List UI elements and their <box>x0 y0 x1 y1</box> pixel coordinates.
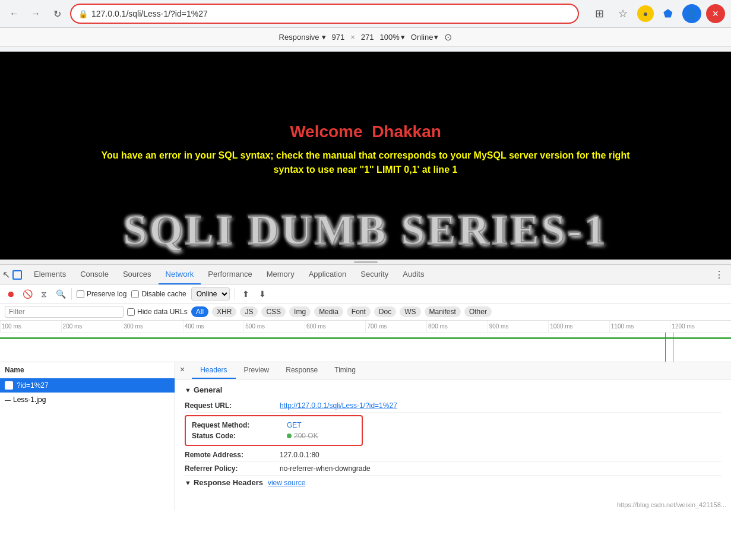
request-method-row: Request Method: GET <box>192 420 356 431</box>
tab-performance[interactable]: Performance <box>201 265 259 284</box>
request-url-value[interactable]: http://127.0.0.1/sqli/Less-1/?id=1%27 <box>280 401 397 410</box>
file-list-panel: Name ?id=1%27 — Less-1.jpg <box>0 362 175 511</box>
throttle-select[interactable]: Online <box>191 287 230 300</box>
filter-xhr[interactable]: XHR <box>212 306 236 317</box>
import-button[interactable]: ⬆ <box>240 288 252 300</box>
responsive-dropdown[interactable]: Responsive ▾ <box>279 33 326 42</box>
response-headers-label: Response Headers <box>194 478 263 487</box>
profile-button[interactable]: 👤 <box>682 4 701 23</box>
bookmark-bar <box>0 47 731 52</box>
preserve-log-checkbox[interactable]: Preserve log <box>77 290 126 298</box>
tab-elements[interactable]: Elements <box>27 265 73 284</box>
error-message: You have an error in your SQL syntax; ch… <box>99 148 633 177</box>
online-dropdown[interactable]: Online ▾ <box>411 33 439 42</box>
devtools-drag-handle[interactable] <box>0 260 731 264</box>
tab-audits[interactable]: Audits <box>395 265 431 284</box>
tick-800ms: 800 ms <box>426 321 488 332</box>
detail-tab-bar: × Headers Preview Response Timing <box>175 362 731 379</box>
responsive-toolbar: Responsive ▾ 971 × 271 100% ▾ Online ▾ ⊙ <box>0 28 731 47</box>
detail-tab-preview[interactable]: Preview <box>236 362 278 379</box>
zoom-chevron: ▾ <box>401 33 405 42</box>
filter-media[interactable]: Media <box>314 306 343 317</box>
list-item[interactable]: — Less-1.jpg <box>0 393 175 407</box>
devtools-more-button[interactable]: ⋮ <box>710 265 729 284</box>
detail-content: ▼ General Request URL: http://127.0.0.1/… <box>175 379 731 495</box>
filter-other[interactable]: Other <box>464 306 492 317</box>
cursor-icon[interactable]: ↖ <box>2 269 10 280</box>
disable-cache-input[interactable] <box>131 290 139 298</box>
handle-bar <box>354 261 378 263</box>
remote-address-row: Remote Address: 127.0.0.1:80 <box>185 448 721 462</box>
height-value[interactable]: 271 <box>361 33 374 42</box>
width-value[interactable]: 971 <box>332 33 345 42</box>
tick-900ms: 900 ms <box>488 321 549 332</box>
timeline-ruler: 100 ms 200 ms 300 ms 400 ms 500 ms 600 m… <box>0 321 731 333</box>
export-button[interactable]: ⬇ <box>257 288 268 300</box>
detail-close-button[interactable]: × <box>175 362 189 379</box>
responsive-label: Responsive <box>279 33 319 42</box>
general-section-title: ▼ General <box>185 385 721 394</box>
filter-input[interactable] <box>5 306 124 318</box>
tab-memory[interactable]: Memory <box>260 265 302 284</box>
filter-button[interactable]: ⧖ <box>38 288 50 300</box>
rotate-icon[interactable]: ⊙ <box>444 31 452 43</box>
filter-font[interactable]: Font <box>347 306 371 317</box>
filter-img[interactable]: Img <box>289 306 311 317</box>
status-code-value-container: 200 OK <box>287 432 318 440</box>
browser-chrome: ← → ↻ 🔒 ⊞ ☆ ● ⬟ 👤 ✕ <box>0 0 731 28</box>
preserve-log-input[interactable] <box>77 290 84 298</box>
detail-tab-timing[interactable]: Timing <box>326 362 364 379</box>
hide-data-label-text: Hide data URLs <box>137 308 188 316</box>
tab-application[interactable]: Application <box>302 265 354 284</box>
close-button[interactable]: ✕ <box>706 4 725 23</box>
file-item-name-1: ?id=1%27 <box>17 381 49 390</box>
translate-icon[interactable]: ⊞ <box>590 4 609 23</box>
sqli-title-image: SQLI DUMB SERIES-1 <box>0 200 731 260</box>
hide-data-input[interactable] <box>127 308 135 316</box>
zoom-dropdown[interactable]: 100% ▾ <box>380 33 405 42</box>
responsive-chevron: ▾ <box>322 33 326 42</box>
disable-cache-checkbox[interactable]: Disable cache <box>131 290 186 298</box>
timeline: 100 ms 200 ms 300 ms 400 ms 500 ms 600 m… <box>0 321 731 362</box>
hide-data-urls-checkbox[interactable]: Hide data URLs <box>127 308 188 316</box>
url-input[interactable] <box>91 9 571 18</box>
sqli-text: SQLI DUMB SERIES-1 <box>123 205 607 255</box>
tick-500ms: 500 ms <box>243 321 305 332</box>
reload-button[interactable]: ↻ <box>49 5 65 22</box>
back-button[interactable]: ← <box>6 5 23 22</box>
timeline-bar-area <box>0 333 731 362</box>
online-chevron: ▾ <box>434 33 438 42</box>
bookmark-icon[interactable]: ☆ <box>613 4 632 23</box>
watermark: https://blog.csdn.net/weixin_421158... <box>617 501 726 508</box>
view-source-link[interactable]: view source <box>268 479 305 487</box>
detail-tab-headers[interactable]: Headers <box>192 362 235 379</box>
tab-console[interactable]: Console <box>73 265 116 284</box>
filter-css[interactable]: CSS <box>261 306 286 317</box>
filter-manifest[interactable]: Manifest <box>425 306 461 317</box>
dimension-separator: × <box>350 33 355 42</box>
filter-ws[interactable]: WS <box>400 306 420 317</box>
forward-button[interactable]: → <box>27 5 44 22</box>
tab-security[interactable]: Security <box>353 265 395 284</box>
watermark-text: https://blog.csdn.net/weixin_421158... <box>617 501 726 508</box>
tab-sources[interactable]: Sources <box>116 265 159 284</box>
referrer-policy-value: no-referrer-when-downgrade <box>280 464 371 473</box>
extension-icon2[interactable]: ⬟ <box>659 4 678 23</box>
filter-all[interactable]: All <box>191 306 208 317</box>
stop-button[interactable]: 🚫 <box>21 288 33 300</box>
tick-700ms: 700 ms <box>365 321 426 332</box>
status-code-row: Status Code: 200 OK <box>192 431 356 441</box>
filter-doc[interactable]: Doc <box>374 306 396 317</box>
list-item[interactable]: ?id=1%27 <box>0 378 175 393</box>
boxed-method-status: Request Method: GET Status Code: 200 OK <box>185 415 363 446</box>
filter-js[interactable]: JS <box>240 306 258 317</box>
tab-network[interactable]: Network <box>159 265 201 284</box>
extension-icon1[interactable]: ● <box>637 5 654 22</box>
record-button[interactable]: ⏺ <box>5 288 17 300</box>
file-list-header: Name <box>0 362 175 378</box>
device-icon[interactable] <box>12 270 22 280</box>
toolbar-separator-1 <box>71 288 72 300</box>
detail-tab-response[interactable]: Response <box>277 362 326 379</box>
request-detail-panel: × Headers Preview Response Timing ▼ Gene… <box>175 362 731 511</box>
search-button[interactable]: 🔍 <box>55 288 67 300</box>
